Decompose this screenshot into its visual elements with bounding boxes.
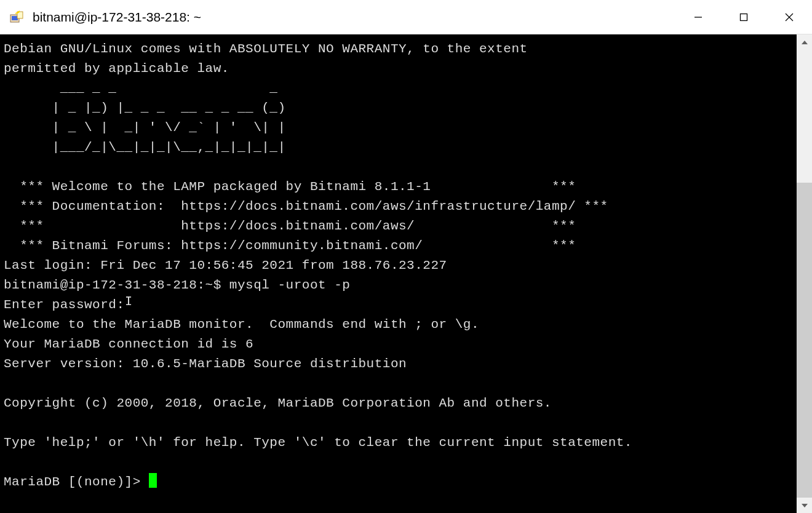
putty-icon — [9, 10, 24, 25]
close-button[interactable] — [766, 0, 812, 34]
window-title: bitnami@ip-172-31-38-218: ~ — [33, 10, 675, 25]
scrollbar[interactable] — [797, 34, 812, 513]
mariadb-prompt: MariaDB [(none)]> — [4, 475, 149, 489]
terminal[interactable]: Debian GNU/Linux comes with ABSOLUTELY N… — [0, 34, 797, 513]
maximize-button[interactable] — [721, 0, 766, 34]
scroll-thumb[interactable] — [797, 183, 812, 498]
scroll-down-arrow[interactable] — [797, 498, 812, 513]
terminal-cursor — [149, 473, 157, 488]
minimize-button[interactable] — [675, 0, 721, 34]
scroll-up-arrow[interactable] — [797, 34, 812, 50]
svg-rect-6 — [741, 14, 747, 20]
terminal-container: Debian GNU/Linux comes with ABSOLUTELY N… — [0, 34, 812, 513]
scroll-track[interactable] — [797, 50, 812, 498]
window-controls — [675, 0, 812, 34]
titlebar[interactable]: bitnami@ip-172-31-38-218: ~ — [0, 0, 812, 34]
svg-rect-1 — [12, 16, 18, 20]
